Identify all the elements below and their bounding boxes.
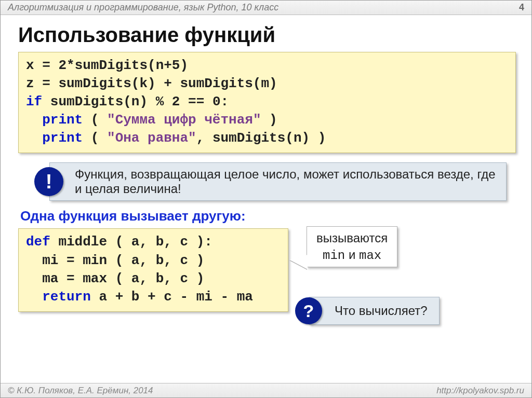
callout-tail-icon [290,255,308,269]
tip-text: Функция, возвращающая целое число, может… [75,167,495,196]
tip-box: ! Функция, возвращающая целое число, мож… [49,162,507,201]
question-box: ? Что вычисляет? [309,297,440,325]
slide-content: Использование функций x = 2*sumDigits(n+… [1,15,531,312]
exclamation-icon: ! [34,167,63,196]
question-icon: ? [295,297,322,324]
footer-bar: © К.Ю. Поляков, Е.А. Ерёмин, 2014 http:/… [1,383,531,397]
code-block-2: def middle ( a, b, c ): mi = min ( a, b,… [18,228,288,311]
question-text: Что вычисляет? [335,304,428,318]
callout-line1: вызываются [316,230,388,246]
callout-bubble: вызываются min и max [307,226,397,267]
sub-heading: Одна функция вызывает другую: [20,208,516,224]
callout-line2: min и max [316,246,388,264]
page-number: 4 [519,2,524,13]
footer-authors: © К.Ю. Поляков, Е.А. Ерёмин, 2014 [8,386,153,396]
code-block-1: x = 2*sumDigits(n+5) z = sumDigits(k) + … [18,52,516,153]
footer-url: http://kpolyakov.spb.ru [436,386,524,396]
header-bar: Алгоритмизация и программирование, язык … [1,1,531,15]
course-title: Алгоритмизация и программирование, язык … [8,2,278,13]
slide-title: Использование функций [18,23,516,47]
lower-row: def middle ( a, b, c ): mi = min ( a, b,… [18,228,516,311]
code-text: x = [26,58,58,73]
